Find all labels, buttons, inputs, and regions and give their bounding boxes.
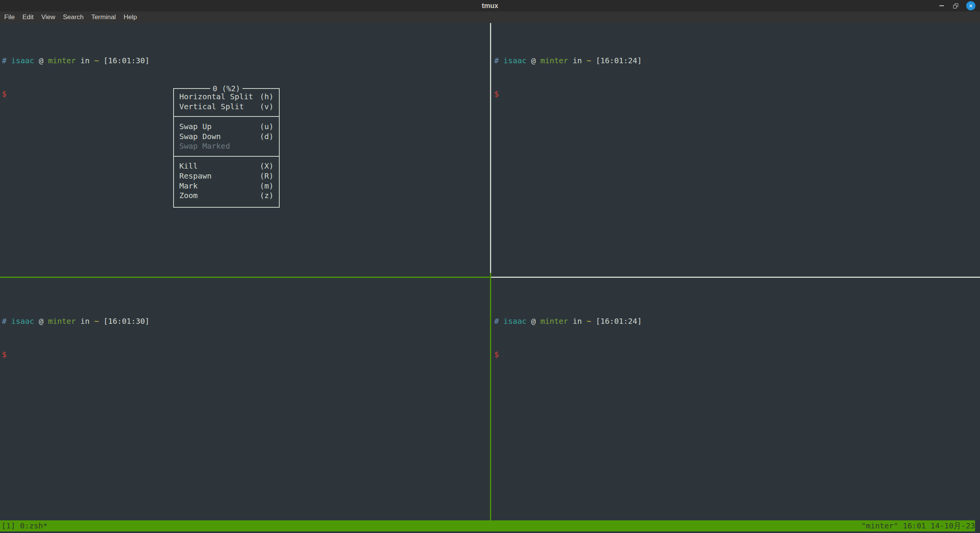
prompt-user: isaac bbox=[503, 56, 526, 65]
prompt-time: [16:01:30] bbox=[103, 56, 149, 65]
shell-prompt-line2: $ bbox=[2, 349, 149, 360]
pane-bottom-right[interactable]: # isaac @ minter in ~ [16:01:24] $ bbox=[494, 294, 642, 382]
menubar-item-view[interactable]: View bbox=[41, 13, 56, 21]
prompt-user: isaac bbox=[11, 317, 34, 326]
prompt-at: @ bbox=[39, 56, 43, 65]
menu-item-label: Respawn bbox=[179, 171, 211, 182]
menu-item-swap-down[interactable]: Swap Down (d) bbox=[174, 131, 279, 141]
prompt-user: isaac bbox=[11, 56, 34, 65]
prompt-in: in bbox=[80, 317, 90, 326]
prompt-at: @ bbox=[531, 56, 536, 65]
minimize-button[interactable] bbox=[939, 3, 945, 9]
menu-item-key: (v) bbox=[260, 101, 274, 112]
pane-divider-horizontal-active[interactable] bbox=[0, 277, 490, 278]
prompt-dollar: $ bbox=[494, 350, 499, 359]
prompt-path: ~ bbox=[94, 56, 99, 65]
prompt-host: minter bbox=[48, 317, 75, 326]
menu-item-label: Kill bbox=[179, 161, 198, 172]
minimize-icon bbox=[939, 5, 944, 6]
shell-prompt-line2: $ bbox=[494, 349, 642, 360]
menu-separator bbox=[174, 112, 279, 122]
pane-context-menu: 0 (%2) Horizontal Split (h) Vertical Spl… bbox=[173, 88, 280, 208]
prompt-time: [16:01:24] bbox=[596, 56, 642, 65]
prompt-time: [16:01:24] bbox=[596, 317, 642, 326]
menu-item-label: Swap Marked bbox=[179, 141, 230, 152]
menu-item-mark[interactable]: Mark (m) bbox=[174, 181, 279, 191]
prompt-time: [16:01:30] bbox=[103, 317, 149, 326]
pane-top-right[interactable]: # isaac @ minter in ~ [16:01:24] $ bbox=[494, 33, 642, 122]
prompt-hash: # bbox=[2, 56, 7, 65]
menu-item-key: (R) bbox=[260, 171, 274, 182]
prompt-path: ~ bbox=[587, 56, 591, 65]
menubar-item-edit[interactable]: Edit bbox=[21, 13, 34, 21]
prompt-in: in bbox=[573, 56, 582, 65]
menu-item-key: (X) bbox=[260, 161, 274, 172]
prompt-path: ~ bbox=[94, 317, 99, 326]
menu-item-key: (z) bbox=[260, 190, 274, 201]
menubar-item-help[interactable]: Help bbox=[123, 13, 138, 21]
titlebar: tmux ✕ bbox=[0, 0, 980, 11]
window-title: tmux bbox=[482, 2, 498, 10]
prompt-user: isaac bbox=[503, 317, 526, 326]
context-menu-title: 0 (%2) bbox=[210, 84, 243, 93]
menu-item-key: (h) bbox=[260, 91, 274, 102]
menu-item-swap-up[interactable]: Swap Up (u) bbox=[174, 121, 279, 131]
menu-item-label: Mark bbox=[179, 180, 198, 192]
menu-item-label: Vertical Split bbox=[179, 101, 244, 112]
menu-item-label: Swap Down bbox=[179, 131, 221, 142]
pane-top-left[interactable]: # isaac @ minter in ~ [16:01:30] $ bbox=[2, 33, 149, 122]
prompt-at: @ bbox=[39, 317, 43, 326]
shell-prompt-line2: $ bbox=[2, 89, 149, 100]
prompt-dollar: $ bbox=[2, 350, 7, 359]
pane-divider-horizontal-inactive[interactable] bbox=[491, 277, 980, 278]
menu-item-horizontal-split[interactable]: Horizontal Split (h) bbox=[174, 92, 279, 102]
menu-item-label: Zoom bbox=[179, 190, 198, 201]
shell-prompt: # isaac @ minter in ~ [16:01:24] bbox=[494, 55, 642, 66]
status-window-list[interactable]: [1] 0:zsh* bbox=[0, 520, 48, 531]
prompt-in: in bbox=[573, 317, 582, 326]
menu-item-vertical-split[interactable]: Vertical Split (v) bbox=[174, 102, 279, 112]
close-icon: ✕ bbox=[969, 3, 973, 9]
menu-item-key: (u) bbox=[260, 121, 274, 132]
terminal-area: # isaac @ minter in ~ [16:01:30] $ # isa… bbox=[0, 23, 980, 533]
menu-item-respawn[interactable]: Respawn (R) bbox=[174, 171, 279, 181]
prompt-host: minter bbox=[540, 56, 568, 65]
prompt-hash: # bbox=[2, 317, 7, 326]
prompt-in: in bbox=[80, 56, 90, 65]
window-controls: ✕ bbox=[939, 0, 975, 11]
menu-item-key: (d) bbox=[260, 131, 274, 142]
menu-item-zoom[interactable]: Zoom (z) bbox=[174, 191, 279, 201]
menubar-item-file[interactable]: File bbox=[3, 13, 15, 21]
status-session-info: "minter" 16:01 14-10月-23 bbox=[861, 520, 975, 531]
restore-icon bbox=[953, 3, 958, 8]
pane-divider-vertical-active[interactable] bbox=[490, 273, 491, 520]
prompt-at: @ bbox=[531, 317, 536, 326]
prompt-host: minter bbox=[540, 317, 568, 326]
menubar: File Edit View Search Terminal Help bbox=[0, 11, 980, 23]
prompt-host: minter bbox=[48, 56, 75, 65]
prompt-dollar: $ bbox=[494, 89, 499, 98]
tmux-window: tmux ✕ File Edit View Search Terminal He… bbox=[0, 0, 980, 533]
shell-prompt: # isaac @ minter in ~ [16:01:30] bbox=[2, 316, 149, 327]
prompt-path: ~ bbox=[587, 317, 591, 326]
maximize-button[interactable] bbox=[952, 3, 959, 9]
prompt-hash: # bbox=[494, 317, 499, 326]
shell-prompt: # isaac @ minter in ~ [16:01:30] bbox=[2, 55, 149, 66]
menu-item-kill[interactable]: Kill (X) bbox=[174, 161, 279, 171]
pane-bottom-left[interactable]: # isaac @ minter in ~ [16:01:30] $ bbox=[2, 294, 149, 382]
menu-item-swap-marked: Swap Marked bbox=[174, 141, 279, 151]
menu-item-label: Swap Up bbox=[179, 121, 211, 132]
prompt-dollar: $ bbox=[2, 89, 7, 98]
prompt-hash: # bbox=[494, 56, 499, 65]
menu-item-key: (m) bbox=[260, 180, 274, 192]
pane-divider-vertical-inactive[interactable] bbox=[490, 23, 491, 273]
close-button[interactable]: ✕ bbox=[966, 1, 975, 10]
menu-separator bbox=[174, 151, 279, 161]
shell-prompt: # isaac @ minter in ~ [16:01:24] bbox=[494, 316, 642, 327]
shell-prompt-line2: $ bbox=[494, 89, 642, 100]
menubar-item-search[interactable]: Search bbox=[62, 13, 84, 21]
menubar-item-terminal[interactable]: Terminal bbox=[90, 13, 116, 21]
tmux-status-bar: [1] 0:zsh* "minter" 16:01 14-10月-23 bbox=[0, 520, 975, 531]
